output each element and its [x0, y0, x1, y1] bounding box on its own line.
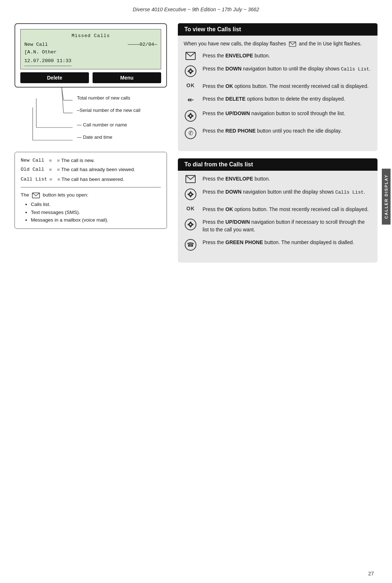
display-title: Missed Calls: [24, 32, 157, 40]
legend-call-list: Call List = = The call has been answered…: [21, 175, 161, 184]
svg-marker-32: [187, 223, 190, 226]
s2-step2-icon: [184, 188, 197, 201]
svg-point-11: [185, 66, 196, 77]
right-column: To view the Calls list When you have new…: [178, 23, 377, 270]
display-date-code: ————02/04—: [128, 41, 157, 49]
section2-step2: Press the DOWN navigation button until t…: [184, 188, 372, 201]
ok-icon: OK: [187, 82, 195, 88]
s2-step5-icon: ☎: [184, 239, 197, 251]
opens-item-sms: Text messages (SMS).: [31, 208, 161, 216]
page-header: Diverse 4010 Executive ~ 9th Edition ~ 1…: [0, 0, 392, 16]
section-view-calls: To view the Calls list When you have new…: [178, 23, 377, 151]
section1-content: When you have new calls, the display fla…: [178, 40, 377, 139]
section2-content: Press the ENVELOPE button. Press the DO: [178, 175, 377, 251]
svg-point-24: [185, 189, 196, 200]
section1-step3: OK Press the OK options button. The most…: [184, 82, 372, 90]
opens-item-calls: Calls list.: [31, 201, 161, 208]
step4-icon: ↞: [184, 95, 197, 105]
legend-old-call: Old Call = = The call has already been v…: [21, 166, 161, 174]
section2-step4: Press the UP/DOWN navigation button if n…: [184, 218, 372, 234]
step2-text: Press the DOWN navigation button to unti…: [203, 65, 372, 73]
envelope-icon-section1: [289, 41, 296, 47]
annotations-container: Total number of new calls –Serial number…: [62, 95, 167, 141]
side-tab: Caller Display: [382, 169, 391, 224]
nav-icon: [184, 65, 197, 77]
svg-marker-19: [187, 114, 190, 118]
section2-header: To dial from the Calls list: [178, 158, 377, 171]
display-row-newcall: New Call ————02/04—: [24, 41, 157, 49]
step1-icon: [184, 52, 197, 60]
svg-marker-27: [187, 193, 190, 196]
annot-call-number: — Call number or name: [73, 122, 167, 128]
section-dial-calls: To dial from the Calls list Press the EN…: [178, 158, 377, 263]
step6-icon: ✆: [184, 127, 197, 139]
s2-step4-text: Press the UP/DOWN navigation button if n…: [203, 218, 372, 234]
nav-down-icon-s2: [184, 188, 197, 201]
step5-text: Press the UP/DOWN navigation button to s…: [203, 110, 372, 117]
s2-step3-icon: OK: [184, 206, 197, 211]
display-new-call: New Call: [24, 41, 48, 49]
section1-step4: ↞ Press the DELETE options button to del…: [184, 95, 372, 105]
section2-step1: Press the ENVELOPE button.: [184, 175, 372, 183]
section1-step5: Press the UP/DOWN navigation button to s…: [184, 110, 372, 122]
legend-box: New Call = = The call is new. Old Call =…: [15, 152, 167, 229]
green-phone-icon: ☎: [184, 239, 197, 251]
annot-serial-number: –Serial number of the new call: [73, 107, 167, 114]
opens-list: Calls list. Text messages (SMS). Message…: [31, 201, 161, 224]
step2-icon: [184, 65, 197, 77]
page-number: 27: [368, 571, 374, 576]
button-row: Delete Menu: [20, 72, 161, 83]
section1-header: To view the Calls list: [178, 23, 377, 36]
svg-point-29: [185, 219, 196, 230]
svg-marker-14: [187, 69, 190, 73]
step3-icon: OK: [184, 82, 197, 88]
header-title: Diverse 4010 Executive ~ 9th Edition ~ 1…: [133, 7, 259, 12]
s2-step5-text: Press the GREEN PHONE button. The number…: [203, 239, 372, 246]
red-phone-icon: ✆: [184, 127, 197, 139]
envelope-icon-inline: [32, 193, 40, 198]
svg-marker-15: [191, 69, 194, 73]
s2-step1-icon: [184, 175, 197, 183]
svg-text:✆: ✆: [188, 130, 193, 136]
legend-new-call: New Call = = The call is new.: [21, 157, 161, 165]
envelope-icon: [185, 52, 196, 60]
menu-button[interactable]: Menu: [93, 72, 161, 83]
phone-diagram-wrapper: Missed Calls New Call ————02/04— [A.N. O…: [15, 23, 167, 141]
display-name: [A.N. Other: [24, 49, 157, 56]
step5-icon: [184, 110, 197, 122]
display-screen: Missed Calls New Call ————02/04— [A.N. O…: [20, 29, 161, 69]
svg-marker-28: [191, 193, 194, 196]
nav-updown-icon: [184, 110, 197, 122]
legend-divider: [21, 187, 161, 187]
envelope-icon-s2: [185, 175, 196, 183]
section2-step3: OK Press the OK options button. The most…: [184, 206, 372, 213]
section1-intro: When you have new calls, the display fla…: [184, 40, 372, 48]
back-arrow-icon: ↞: [187, 95, 194, 105]
svg-point-16: [185, 110, 196, 121]
annot-date-time: — Date and time: [73, 134, 167, 141]
phone-display-box: Missed Calls New Call ————02/04— [A.N. O…: [15, 23, 167, 88]
s2-step1-text: Press the ENVELOPE button.: [203, 175, 372, 183]
svg-text:☎: ☎: [187, 242, 194, 248]
step3-text: Press the OK options button. The most re…: [203, 82, 372, 90]
delete-button[interactable]: Delete: [20, 72, 89, 83]
step4-text: Press the DELETE options button to delet…: [203, 95, 372, 103]
display-datetime: 12.07.2000 11:33: [24, 56, 157, 66]
section1-step2: Press the DOWN navigation button to unti…: [184, 65, 372, 77]
s2-step4-icon: [184, 218, 197, 231]
section2-step5: ☎ Press the GREEN PHONE button. The numb…: [184, 239, 372, 251]
left-column: Missed Calls New Call ————02/04— [A.N. O…: [15, 23, 167, 270]
annot-total-new-calls: Total number of new calls: [73, 95, 167, 101]
svg-marker-33: [191, 223, 194, 226]
s2-step2-text: Press the DOWN navigation button until t…: [203, 188, 372, 196]
section1-step6: ✆ Press the RED PHONE button until you r…: [184, 127, 372, 139]
opens-section: The button lets you open: Calls list. Te…: [21, 191, 161, 224]
opens-intro: The button lets you open:: [21, 191, 161, 199]
annot-text-block: Total number of new calls –Serial number…: [62, 95, 167, 141]
opens-item-mailbox: Messages in a mailbox (voice mail).: [31, 216, 161, 224]
step1-text: Press the ENVELOPE button.: [203, 52, 372, 60]
s2-step3-text: Press the OK options button. The most re…: [203, 206, 372, 213]
step6-text: Press the RED PHONE button until you rea…: [203, 127, 372, 135]
section1-step1: Press the ENVELOPE button.: [184, 52, 372, 60]
ok-icon-s2: OK: [187, 206, 195, 211]
